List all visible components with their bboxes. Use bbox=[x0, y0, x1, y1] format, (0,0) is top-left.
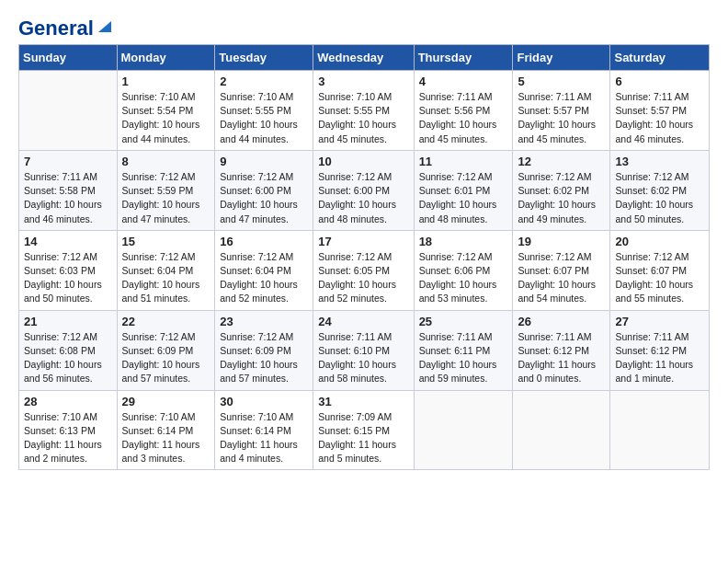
day-number: 16 bbox=[220, 235, 308, 248]
calendar-cell: 4Sunrise: 7:11 AM Sunset: 5:56 PM Daylig… bbox=[414, 71, 513, 151]
day-info: Sunrise: 7:12 AM Sunset: 6:05 PM Dayligh… bbox=[318, 250, 408, 306]
day-info: Sunrise: 7:12 AM Sunset: 6:09 PM Dayligh… bbox=[220, 330, 308, 386]
calendar-cell: 24Sunrise: 7:11 AM Sunset: 6:10 PM Dayli… bbox=[313, 310, 414, 390]
calendar-week-1: 1Sunrise: 7:10 AM Sunset: 5:54 PM Daylig… bbox=[19, 71, 710, 151]
day-number: 8 bbox=[122, 155, 210, 168]
day-info: Sunrise: 7:12 AM Sunset: 6:02 PM Dayligh… bbox=[518, 170, 605, 226]
day-number: 14 bbox=[24, 235, 112, 248]
day-number: 1 bbox=[122, 75, 210, 88]
calendar-cell: 20Sunrise: 7:12 AM Sunset: 6:07 PM Dayli… bbox=[610, 230, 710, 310]
day-number: 28 bbox=[24, 395, 112, 408]
day-number: 9 bbox=[220, 155, 308, 168]
day-number: 2 bbox=[220, 75, 308, 88]
day-info: Sunrise: 7:12 AM Sunset: 6:03 PM Dayligh… bbox=[24, 250, 112, 306]
calendar-cell: 1Sunrise: 7:10 AM Sunset: 5:54 PM Daylig… bbox=[117, 71, 215, 151]
day-info: Sunrise: 7:12 AM Sunset: 6:06 PM Dayligh… bbox=[419, 250, 508, 306]
svg-marker-0 bbox=[98, 21, 111, 32]
calendar-week-4: 21Sunrise: 7:12 AM Sunset: 6:08 PM Dayli… bbox=[19, 310, 710, 390]
day-info: Sunrise: 7:12 AM Sunset: 6:04 PM Dayligh… bbox=[220, 250, 308, 306]
day-number: 17 bbox=[318, 235, 408, 248]
calendar-cell: 22Sunrise: 7:12 AM Sunset: 6:09 PM Dayli… bbox=[117, 310, 215, 390]
calendar-cell: 9Sunrise: 7:12 AM Sunset: 6:00 PM Daylig… bbox=[215, 150, 313, 230]
day-info: Sunrise: 7:09 AM Sunset: 6:15 PM Dayligh… bbox=[318, 410, 408, 466]
day-info: Sunrise: 7:12 AM Sunset: 6:07 PM Dayligh… bbox=[518, 250, 605, 306]
calendar-cell: 25Sunrise: 7:11 AM Sunset: 6:11 PM Dayli… bbox=[414, 310, 513, 390]
day-info: Sunrise: 7:10 AM Sunset: 5:55 PM Dayligh… bbox=[220, 90, 308, 146]
day-info: Sunrise: 7:12 AM Sunset: 6:00 PM Dayligh… bbox=[318, 170, 408, 226]
day-number: 20 bbox=[615, 235, 704, 248]
calendar-week-5: 28Sunrise: 7:10 AM Sunset: 6:13 PM Dayli… bbox=[19, 390, 710, 470]
calendar-cell: 31Sunrise: 7:09 AM Sunset: 6:15 PM Dayli… bbox=[313, 390, 414, 470]
calendar-cell: 30Sunrise: 7:10 AM Sunset: 6:14 PM Dayli… bbox=[215, 390, 313, 470]
calendar-header-sunday: Sunday bbox=[19, 45, 118, 71]
day-info: Sunrise: 7:11 AM Sunset: 6:10 PM Dayligh… bbox=[318, 330, 408, 386]
day-number: 22 bbox=[122, 315, 210, 328]
day-info: Sunrise: 7:10 AM Sunset: 6:13 PM Dayligh… bbox=[24, 410, 112, 466]
day-info: Sunrise: 7:11 AM Sunset: 5:56 PM Dayligh… bbox=[419, 90, 508, 146]
calendar-cell: 14Sunrise: 7:12 AM Sunset: 6:03 PM Dayli… bbox=[19, 230, 118, 310]
calendar-cell: 2Sunrise: 7:10 AM Sunset: 5:55 PM Daylig… bbox=[215, 71, 313, 151]
calendar-cell: 16Sunrise: 7:12 AM Sunset: 6:04 PM Dayli… bbox=[215, 230, 313, 310]
calendar-cell: 21Sunrise: 7:12 AM Sunset: 6:08 PM Dayli… bbox=[19, 310, 118, 390]
calendar-cell: 18Sunrise: 7:12 AM Sunset: 6:06 PM Dayli… bbox=[414, 230, 513, 310]
day-info: Sunrise: 7:10 AM Sunset: 6:14 PM Dayligh… bbox=[122, 410, 210, 466]
day-info: Sunrise: 7:11 AM Sunset: 6:12 PM Dayligh… bbox=[615, 330, 704, 386]
day-info: Sunrise: 7:11 AM Sunset: 6:12 PM Dayligh… bbox=[518, 330, 605, 386]
day-number: 31 bbox=[318, 395, 408, 408]
day-number: 5 bbox=[518, 75, 605, 88]
calendar-week-3: 14Sunrise: 7:12 AM Sunset: 6:03 PM Dayli… bbox=[19, 230, 710, 310]
day-number: 23 bbox=[220, 315, 308, 328]
day-info: Sunrise: 7:11 AM Sunset: 5:58 PM Dayligh… bbox=[24, 170, 112, 226]
calendar-header-row: SundayMondayTuesdayWednesdayThursdayFrid… bbox=[19, 45, 710, 71]
day-number: 26 bbox=[518, 315, 605, 328]
calendar-cell: 26Sunrise: 7:11 AM Sunset: 6:12 PM Dayli… bbox=[513, 310, 610, 390]
calendar-cell: 10Sunrise: 7:12 AM Sunset: 6:00 PM Dayli… bbox=[313, 150, 414, 230]
day-info: Sunrise: 7:12 AM Sunset: 5:59 PM Dayligh… bbox=[122, 170, 210, 226]
day-number: 29 bbox=[122, 395, 210, 408]
day-info: Sunrise: 7:12 AM Sunset: 6:00 PM Dayligh… bbox=[220, 170, 308, 226]
calendar-cell: 8Sunrise: 7:12 AM Sunset: 5:59 PM Daylig… bbox=[117, 150, 215, 230]
day-info: Sunrise: 7:10 AM Sunset: 5:55 PM Dayligh… bbox=[318, 90, 408, 146]
calendar-cell: 27Sunrise: 7:11 AM Sunset: 6:12 PM Dayli… bbox=[610, 310, 710, 390]
calendar-header-saturday: Saturday bbox=[610, 45, 710, 71]
day-number: 25 bbox=[419, 315, 508, 328]
day-info: Sunrise: 7:11 AM Sunset: 5:57 PM Dayligh… bbox=[615, 90, 704, 146]
logo: General bbox=[18, 17, 111, 35]
day-number: 30 bbox=[220, 395, 308, 408]
calendar-cell: 13Sunrise: 7:12 AM Sunset: 6:02 PM Dayli… bbox=[610, 150, 710, 230]
day-number: 6 bbox=[615, 75, 704, 88]
calendar-cell bbox=[19, 71, 118, 151]
calendar-cell bbox=[414, 390, 513, 470]
logo-general: General bbox=[18, 17, 94, 40]
day-number: 19 bbox=[518, 235, 605, 248]
day-info: Sunrise: 7:10 AM Sunset: 6:14 PM Dayligh… bbox=[220, 410, 308, 466]
day-number: 15 bbox=[122, 235, 210, 248]
calendar-cell: 6Sunrise: 7:11 AM Sunset: 5:57 PM Daylig… bbox=[610, 71, 710, 151]
calendar-cell bbox=[610, 390, 710, 470]
day-info: Sunrise: 7:10 AM Sunset: 5:54 PM Dayligh… bbox=[122, 90, 210, 146]
day-number: 11 bbox=[419, 155, 508, 168]
calendar-cell: 7Sunrise: 7:11 AM Sunset: 5:58 PM Daylig… bbox=[19, 150, 118, 230]
calendar-cell bbox=[513, 390, 610, 470]
calendar-cell: 15Sunrise: 7:12 AM Sunset: 6:04 PM Dayli… bbox=[117, 230, 215, 310]
day-number: 13 bbox=[615, 155, 704, 168]
header: General bbox=[18, 17, 710, 35]
day-info: Sunrise: 7:12 AM Sunset: 6:09 PM Dayligh… bbox=[122, 330, 210, 386]
day-number: 21 bbox=[24, 315, 112, 328]
calendar-cell: 28Sunrise: 7:10 AM Sunset: 6:13 PM Dayli… bbox=[19, 390, 118, 470]
calendar-header-monday: Monday bbox=[117, 45, 215, 71]
page: General SundayMondayTuesdayWednesdayThur… bbox=[0, 0, 728, 487]
day-info: Sunrise: 7:12 AM Sunset: 6:04 PM Dayligh… bbox=[122, 250, 210, 306]
day-info: Sunrise: 7:12 AM Sunset: 6:01 PM Dayligh… bbox=[419, 170, 508, 226]
day-number: 27 bbox=[615, 315, 704, 328]
calendar-header-wednesday: Wednesday bbox=[313, 45, 414, 71]
calendar-cell: 11Sunrise: 7:12 AM Sunset: 6:01 PM Dayli… bbox=[414, 150, 513, 230]
day-number: 10 bbox=[318, 155, 408, 168]
day-number: 4 bbox=[419, 75, 508, 88]
calendar-header-thursday: Thursday bbox=[414, 45, 513, 71]
calendar-cell: 3Sunrise: 7:10 AM Sunset: 5:55 PM Daylig… bbox=[313, 71, 414, 151]
logo-triangle-icon bbox=[95, 17, 111, 34]
day-number: 18 bbox=[419, 235, 508, 248]
day-number: 24 bbox=[318, 315, 408, 328]
day-number: 7 bbox=[24, 155, 112, 168]
